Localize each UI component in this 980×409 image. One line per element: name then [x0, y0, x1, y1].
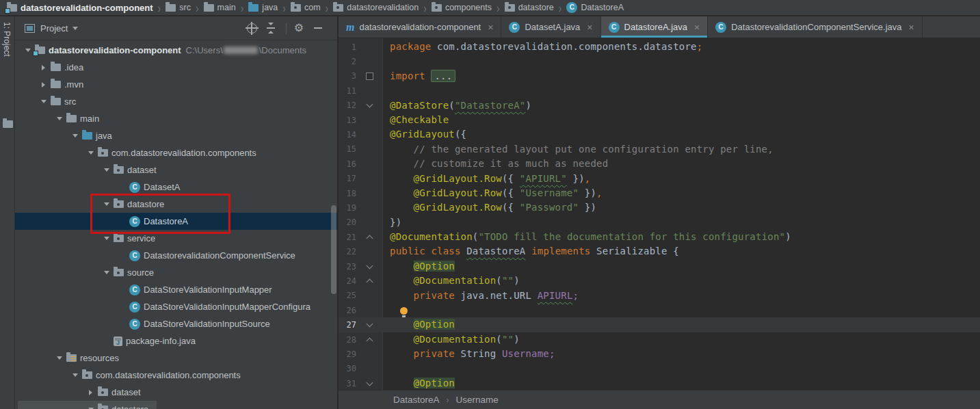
- code-text: @GridLayout.Row({ "APIURL" }),: [390, 172, 590, 186]
- tree-label: java: [96, 131, 112, 141]
- chevron-expanded-icon[interactable]: [52, 114, 66, 123]
- editor-tab-datastorevalidation-component[interactable]: mdatastorevalidation-component×: [339, 16, 501, 38]
- collapse-all-button[interactable]: [264, 21, 278, 35]
- breadcrumb-item-datastorevalidation-component[interactable]: datastorevalidation-component: [7, 3, 153, 13]
- chevron-collapsed-icon[interactable]: [36, 65, 51, 70]
- panel-title[interactable]: Project: [40, 23, 68, 34]
- tree-row-DatastorevalidationComponentService[interactable]: CDatastorevalidationComponentService: [15, 247, 337, 264]
- fold-down-icon[interactable]: [356, 265, 382, 268]
- tree-row-dataset[interactable]: dataset: [15, 384, 337, 401]
- chevron-down-icon[interactable]: [72, 27, 78, 33]
- breadcrumb-item-datastore[interactable]: datastore: [505, 3, 554, 12]
- code-line-13: 13@Checkable: [339, 113, 980, 127]
- tree-row-com.datastorevalidation.components[interactable]: com.datastorevalidation.components: [15, 144, 337, 161]
- class-icon: C: [715, 22, 726, 33]
- tree-row-.mvn[interactable]: .mvn: [15, 76, 337, 93]
- code-text: @GridLayout.Row({ "Password" }): [390, 200, 596, 215]
- editor-breadcrumb-DatastoreA[interactable]: DatastoreA: [393, 395, 440, 405]
- package-icon: [114, 166, 124, 174]
- chevron-expanded-icon[interactable]: [99, 234, 114, 243]
- line-number: 24: [339, 276, 356, 286]
- close-icon[interactable]: ×: [587, 23, 592, 32]
- code-line-24: 24 @Documentation(""): [339, 274, 980, 288]
- chevron-collapsed-icon[interactable]: [83, 390, 98, 395]
- tree-row-java[interactable]: java: [15, 127, 337, 144]
- code-editor[interactable]: 1package com.datastorevalidation.compone…: [339, 38, 980, 390]
- hide-panel-button[interactable]: [311, 21, 325, 35]
- tree-row-DataStoreValidationInputSource[interactable]: CDataStoreValidationInputSource: [15, 315, 337, 332]
- code-line-30: 30: [339, 362, 980, 376]
- tool-window-tab-project[interactable]: 1: Project: [2, 22, 12, 57]
- chevron-expanded-icon[interactable]: [52, 354, 66, 362]
- tree-label: package-info.java: [126, 336, 196, 346]
- chevron-expanded-icon[interactable]: [99, 268, 114, 277]
- tree-row-datastorevalidation-component[interactable]: datastorevalidation-componentC:\Users\\D…: [15, 42, 337, 59]
- locate-button[interactable]: [245, 21, 259, 35]
- fold-plus-icon[interactable]: [356, 72, 382, 80]
- breadcrumb-item-datastorevalidation[interactable]: datastorevalidation: [333, 3, 419, 12]
- breadcrumb-label: java: [262, 3, 278, 12]
- tree-row-.idea[interactable]: .idea: [15, 59, 337, 76]
- fold-up-icon[interactable]: [356, 337, 382, 343]
- tree-row-DataStoreValidationInputMapperConfigura[interactable]: CDataStoreValidationInputMapperConfigura: [15, 298, 337, 315]
- breadcrumb-item-com[interactable]: com: [291, 3, 321, 12]
- chevron-expanded-icon[interactable]: [83, 405, 98, 409]
- breadcrumb-item-java[interactable]: java: [248, 3, 278, 12]
- tab-label: DatastoreA.java: [624, 22, 688, 32]
- breadcrumb-item-DatastoreA[interactable]: CDatastoreA: [566, 2, 624, 13]
- folder-icon: [51, 98, 61, 105]
- code-text: private java.net.URL APIURL;: [390, 289, 579, 303]
- breadcrumb-item-main[interactable]: main: [204, 3, 236, 12]
- code-line-22: 22public class DatastoreA implements Ser…: [339, 244, 980, 259]
- editor-tab-DatastoreA.java[interactable]: CDatastoreA.java×: [601, 16, 708, 38]
- tree-row-com.datastorevalidation.components[interactable]: com.datastorevalidation.components: [15, 367, 337, 384]
- tree-row-main[interactable]: main: [15, 110, 337, 127]
- fold-down-icon[interactable]: [356, 104, 382, 107]
- code-line-20: 20}): [339, 215, 980, 230]
- package-icon: [114, 269, 124, 276]
- tree-row-DataStoreValidationInputMapper[interactable]: CDataStoreValidationInputMapper: [15, 281, 337, 298]
- chevron-expanded-icon[interactable]: [68, 371, 82, 380]
- folder-icon: [204, 4, 214, 12]
- line-number: 28: [339, 335, 356, 345]
- editor-breadcrumb-Username[interactable]: Username: [456, 395, 499, 405]
- tree-row-src[interactable]: src: [15, 93, 337, 110]
- tree-row-resources[interactable]: resources: [15, 349, 337, 367]
- editor-tab-DatasetA.java[interactable]: CDatasetA.java×: [501, 16, 600, 38]
- code-line-16: 16 // customize it as much as needed: [339, 157, 980, 171]
- close-icon[interactable]: ×: [694, 23, 700, 32]
- tree-row-source[interactable]: source: [15, 264, 337, 281]
- chevron-collapsed-icon[interactable]: [36, 82, 51, 88]
- code-line-17: 17 @GridLayout.Row({ "APIURL" }),: [339, 172, 980, 186]
- class-icon: C: [509, 22, 520, 33]
- line-number: 30: [339, 364, 356, 373]
- breadcrumb-item-components[interactable]: components: [432, 3, 492, 12]
- project-path-suffix: \Documents: [259, 45, 306, 55]
- breadcrumb-item-src[interactable]: src: [165, 3, 191, 12]
- divider: [286, 23, 287, 34]
- editor-tab-DatastorevalidationComponentService.java[interactable]: CDatastorevalidationComponentService.jav…: [708, 16, 923, 38]
- intention-bulb-icon[interactable]: [400, 307, 408, 315]
- fold-down-icon[interactable]: [356, 324, 382, 326]
- tree-row-package-info.java[interactable]: Jpackage-info.java: [15, 332, 337, 349]
- close-icon[interactable]: ×: [909, 23, 914, 32]
- fold-up-icon[interactable]: [356, 234, 382, 241]
- fold-down-icon[interactable]: [356, 382, 382, 385]
- tree-label: DatastorevalidationComponentService: [144, 250, 295, 261]
- chevron-expanded-icon[interactable]: [36, 97, 51, 106]
- package-icon: [98, 388, 108, 396]
- code-line-1: 1package com.datastorevalidation.compone…: [339, 40, 980, 54]
- settings-button[interactable]: ⚙: [292, 21, 306, 35]
- breadcrumb-label: src: [179, 3, 191, 12]
- fold-up-icon[interactable]: [356, 278, 382, 285]
- chevron-expanded-icon[interactable]: [21, 46, 35, 55]
- chevron-expanded-icon[interactable]: [68, 131, 82, 140]
- tree-row-datastore[interactable]: datastore: [15, 401, 337, 409]
- close-icon[interactable]: ×: [488, 23, 493, 32]
- line-number: 29: [339, 349, 356, 359]
- tree-row-dataset[interactable]: dataset: [15, 161, 337, 179]
- line-number: 13: [339, 116, 356, 125]
- chevron-expanded-icon[interactable]: [99, 166, 114, 174]
- chevron-expanded-icon[interactable]: [83, 148, 98, 157]
- tree-scrollbar[interactable]: [331, 205, 336, 294]
